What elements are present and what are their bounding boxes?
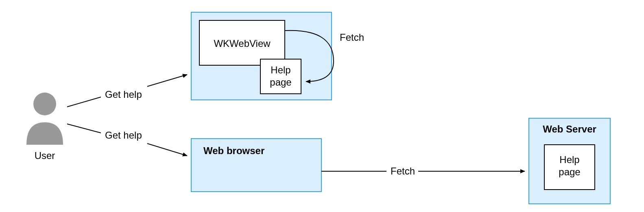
- fetch-loop-label: Fetch: [340, 32, 364, 43]
- get-help-top-line: [67, 97, 101, 107]
- wkwebview-help-page-line1: Help: [271, 64, 290, 75]
- get-help-bottom-arrow: [147, 144, 187, 156]
- user-label: User: [35, 150, 55, 161]
- get-help-top-label: Get help: [105, 89, 142, 100]
- wkwebview-help-page-line2: page: [270, 77, 291, 88]
- fetch-remote-label: Fetch: [391, 166, 415, 177]
- svg-point-0: [33, 93, 56, 115]
- web-browser-label: Web browser: [203, 145, 264, 156]
- get-help-top-arrow: [147, 75, 187, 86]
- get-help-bottom-line: [67, 124, 101, 133]
- web-server-help-page-line1: Help: [559, 154, 579, 165]
- get-help-bottom-label: Get help: [105, 130, 142, 141]
- wkwebview-label: WKWebView: [214, 38, 271, 49]
- web-server-label: Web Server: [543, 124, 596, 135]
- web-server-help-page-line2: page: [559, 166, 580, 177]
- user-icon: [26, 93, 63, 145]
- diagram-canvas: User WKWebView Help page Fetch Web brows…: [0, 0, 644, 212]
